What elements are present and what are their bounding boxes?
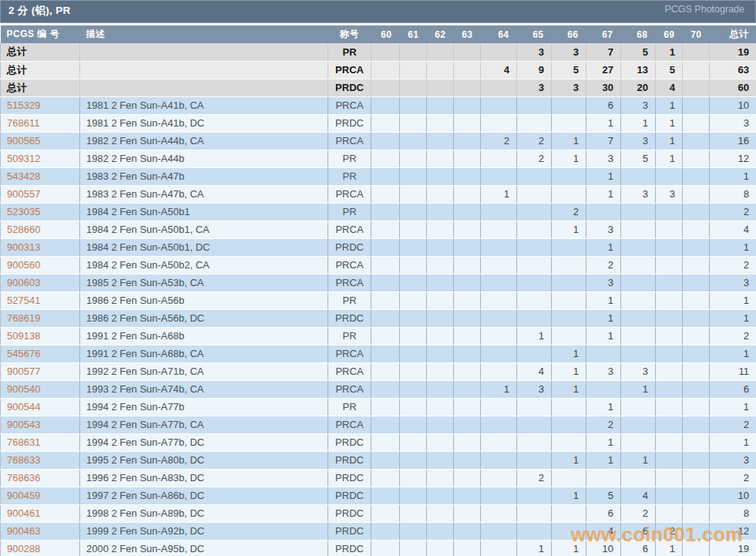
totals-label: 总计 xyxy=(1,61,80,79)
grade-65-count: 1 xyxy=(517,540,552,556)
row-total: 19 xyxy=(710,43,756,61)
grade-70-count xyxy=(683,522,710,540)
coin-description: 1981 2 Fen Sun-A41b, DC xyxy=(80,114,328,132)
grade-60-count xyxy=(371,540,400,556)
grade-64-count xyxy=(481,114,517,132)
grade-62-count xyxy=(427,504,454,522)
grade-64-count xyxy=(481,362,517,380)
designation: PR xyxy=(328,291,371,309)
pcgs-number-link[interactable]: 545676 xyxy=(1,345,80,362)
grade-64-count xyxy=(481,203,517,221)
grade-66-count xyxy=(552,291,586,309)
coin-description: 1994 2 Fen Sun-A77b, DC xyxy=(80,433,328,451)
table-row: 9005441994 2 Fen Sun-A77bPR11 xyxy=(1,398,756,416)
designation: PRDC xyxy=(328,114,371,132)
grade-68-count: 6 xyxy=(621,522,656,540)
pcgs-number-link[interactable]: 768631 xyxy=(1,433,80,451)
designation: PRCA xyxy=(328,221,371,238)
pcgs-number-link[interactable]: 900463 xyxy=(1,522,80,540)
grade-64-count xyxy=(481,256,517,274)
grade-65-count: 1 xyxy=(517,327,552,345)
pcgs-number-link[interactable]: 900577 xyxy=(1,362,80,380)
coin-description: 1982 2 Fen Sun-A44b, CA xyxy=(80,132,328,150)
grade-66-count: 5 xyxy=(552,61,586,79)
grade-64-count xyxy=(481,398,517,416)
row-total: 1 xyxy=(710,398,756,416)
pcgs-number-link[interactable]: 515329 xyxy=(1,96,80,114)
pcgs-number-link[interactable]: 900565 xyxy=(1,132,80,150)
grade-69-count: 1 xyxy=(656,540,683,556)
grade-69-count xyxy=(656,327,683,345)
grade-68-count: 1 xyxy=(621,451,656,469)
grade-67-count: 1 xyxy=(586,433,621,451)
grade-63-count xyxy=(454,96,481,114)
pcgs-number-link[interactable]: 527541 xyxy=(1,291,80,309)
pcgs-number-link[interactable]: 900461 xyxy=(1,504,80,522)
pcgs-number-link[interactable]: 900543 xyxy=(1,416,80,433)
pcgs-number-link[interactable]: 509312 xyxy=(1,150,80,167)
grade-65-count xyxy=(517,416,552,433)
grade-63-count xyxy=(454,504,481,522)
row-total: 4 xyxy=(710,221,756,238)
grade-61-count xyxy=(400,221,427,238)
grade-63-count xyxy=(454,221,481,238)
grade-68-count: 2 xyxy=(621,504,656,522)
pcgs-number-link[interactable]: 900288 xyxy=(1,540,80,556)
grade-68-count: 6 xyxy=(621,540,656,556)
grade-63-count xyxy=(454,167,481,185)
grade-65-count xyxy=(517,114,552,132)
grade-67-count: 2 xyxy=(586,416,621,433)
pcgs-photograde-label[interactable]: PCGS Photograde xyxy=(664,4,744,15)
designation: PRCA xyxy=(328,61,371,79)
row-total: 1 xyxy=(710,167,756,185)
grade-65-count xyxy=(517,504,552,522)
grade-64-count xyxy=(481,96,517,114)
grade-61-count xyxy=(400,362,427,380)
grade-61-count xyxy=(400,522,427,540)
grade-70-count xyxy=(683,398,710,416)
grade-64-count: 1 xyxy=(481,185,517,203)
grade-70-count xyxy=(683,469,710,487)
pcgs-number-link[interactable]: 900557 xyxy=(1,185,80,203)
grade-67-count: 3 xyxy=(586,150,621,167)
pcgs-number-link[interactable]: 900540 xyxy=(1,380,80,398)
pcgs-number-link[interactable]: 523035 xyxy=(1,203,80,221)
pcgs-number-link[interactable]: 900544 xyxy=(1,398,80,416)
grade-69-count xyxy=(656,416,683,433)
grade-70-count xyxy=(683,416,710,433)
grade-66-count xyxy=(552,522,586,540)
grade-60-count xyxy=(371,114,400,132)
grade-63-count xyxy=(454,416,481,433)
grade-63-count xyxy=(454,291,481,309)
grade-61-count xyxy=(400,256,427,274)
pcgs-number-link[interactable]: 900313 xyxy=(1,238,80,256)
pcgs-number-link[interactable]: 768633 xyxy=(1,451,80,469)
grade-60-count xyxy=(371,238,400,256)
population-table: PCGS 编 号 描述 称号 60 61 62 63 64 65 66 67 6… xyxy=(0,25,756,556)
pcgs-number-link[interactable]: 768636 xyxy=(1,469,80,487)
pcgs-number-link[interactable]: 543428 xyxy=(1,167,80,185)
grade-63-count xyxy=(454,522,481,540)
row-total: 10 xyxy=(710,96,756,114)
grade-60-count xyxy=(371,451,400,469)
totals-row: 总计PR3375119 xyxy=(1,43,756,61)
grade-61-count xyxy=(400,398,427,416)
grade-65-count xyxy=(517,291,552,309)
row-total: 3 xyxy=(710,451,756,469)
pcgs-number-link[interactable]: 900560 xyxy=(1,256,80,274)
grade-67-count: 3 xyxy=(586,221,621,238)
pcgs-number-link[interactable]: 900603 xyxy=(1,274,80,291)
grade-63-count xyxy=(454,380,481,398)
grade-69-count: 5 xyxy=(656,61,683,79)
pcgs-number-link[interactable]: 528660 xyxy=(1,221,80,238)
grade-60-count xyxy=(371,469,400,487)
pcgs-number-link[interactable]: 768619 xyxy=(1,309,80,327)
grade-60-count xyxy=(371,327,400,345)
grade-63-count xyxy=(454,345,481,362)
pcgs-number-link[interactable]: 900459 xyxy=(1,487,80,504)
pcgs-number-link[interactable]: 768611 xyxy=(1,114,80,132)
table-row: 7686311994 2 Fen Sun-A77b, DCPRDC11 xyxy=(1,433,756,451)
coin-description: 1981 2 Fen Sun-A41b, CA xyxy=(80,96,328,114)
pcgs-number-link[interactable]: 509138 xyxy=(1,327,80,345)
designation: PRCA xyxy=(328,132,371,150)
